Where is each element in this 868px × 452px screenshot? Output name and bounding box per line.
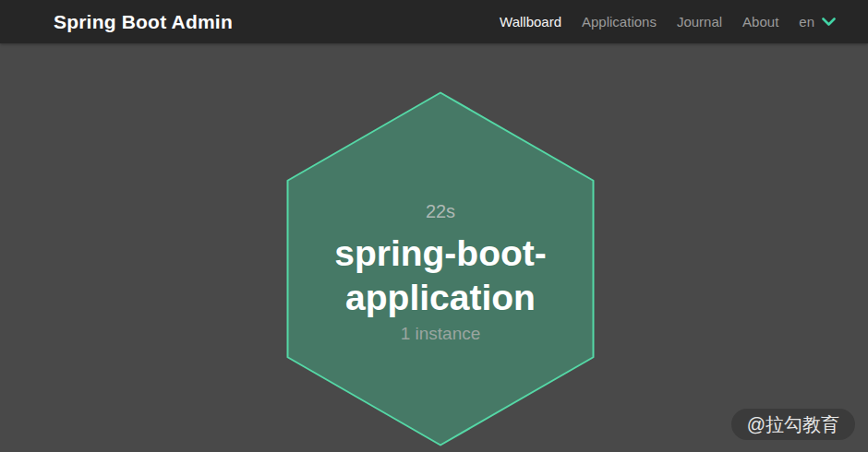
nav-item-applications[interactable]: Applications: [572, 14, 667, 30]
header: Spring Boot Admin Wallboard Applications…: [0, 0, 868, 43]
nav-item-about[interactable]: About: [732, 14, 789, 30]
application-instance-count: 1 instance: [401, 324, 481, 344]
language-selector[interactable]: en: [789, 14, 836, 30]
brand-title: Spring Boot Admin: [54, 11, 233, 33]
application-hexagon[interactable]: 22s spring-boot-application 1 instance: [286, 91, 595, 446]
language-selected-label: en: [799, 14, 814, 30]
application-uptime: 22s: [426, 201, 455, 222]
chevron-down-icon: [822, 18, 836, 27]
nav-item-journal[interactable]: Journal: [667, 14, 732, 30]
hexagon-content: 22s spring-boot-application 1 instance: [286, 91, 595, 446]
wallboard-view: 22s spring-boot-application 1 instance @…: [0, 43, 868, 452]
application-name: spring-boot-application: [302, 232, 579, 319]
main-nav: Wallboard Applications Journal About en: [489, 14, 836, 30]
watermark-badge: @拉勾教育: [731, 409, 855, 440]
nav-item-wallboard[interactable]: Wallboard: [489, 14, 572, 30]
